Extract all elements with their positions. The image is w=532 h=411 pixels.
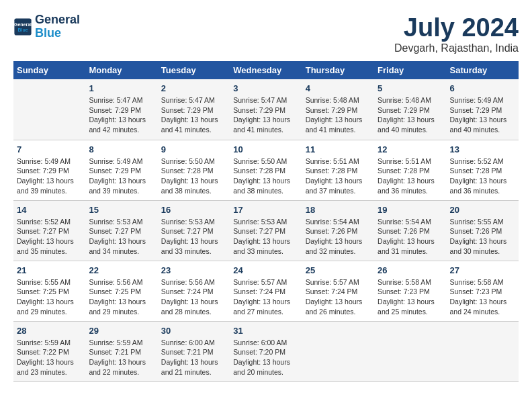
main-title: July 2024 <box>394 13 519 42</box>
svg-text:General: General <box>14 21 32 26</box>
calendar-cell: 7Sunrise: 5:49 AMSunset: 7:29 PMDaylight… <box>13 140 85 200</box>
calendar-cell: 10Sunrise: 5:50 AMSunset: 7:28 PMDayligh… <box>230 140 302 200</box>
calendar-week-row: 14Sunrise: 5:52 AMSunset: 7:27 PMDayligh… <box>13 200 519 261</box>
calendar-cell: 28Sunrise: 5:59 AMSunset: 7:22 PMDayligh… <box>13 321 85 381</box>
day-number: 15 <box>89 205 154 215</box>
calendar-cell: 27Sunrise: 5:58 AMSunset: 7:23 PMDayligh… <box>447 261 519 321</box>
calendar-cell: 19Sunrise: 5:54 AMSunset: 7:26 PMDayligh… <box>374 200 446 261</box>
day-number: 25 <box>306 265 371 275</box>
day-number: 16 <box>161 205 226 215</box>
calendar-cell <box>447 321 519 381</box>
calendar-cell: 1Sunrise: 5:47 AMSunset: 7:29 PMDaylight… <box>85 79 157 140</box>
day-info: Sunrise: 5:59 AMSunset: 7:21 PMDaylight:… <box>89 338 154 377</box>
day-number: 14 <box>17 205 82 215</box>
calendar-cell: 4Sunrise: 5:48 AMSunset: 7:29 PMDaylight… <box>302 79 374 140</box>
day-info: Sunrise: 5:58 AMSunset: 7:23 PMDaylight:… <box>378 277 443 317</box>
logo: General Blue General Blue <box>13 13 80 40</box>
day-info: Sunrise: 5:48 AMSunset: 7:29 PMDaylight:… <box>378 95 443 135</box>
day-number: 5 <box>378 83 443 93</box>
calendar-cell: 21Sunrise: 5:55 AMSunset: 7:25 PMDayligh… <box>13 261 85 321</box>
day-number: 4 <box>306 83 371 93</box>
calendar-cell: 18Sunrise: 5:54 AMSunset: 7:26 PMDayligh… <box>302 200 374 261</box>
header-tuesday: Tuesday <box>158 61 230 79</box>
day-number: 9 <box>161 144 226 154</box>
day-info: Sunrise: 5:58 AMSunset: 7:23 PMDaylight:… <box>450 277 515 317</box>
calendar-cell: 30Sunrise: 6:00 AMSunset: 7:21 PMDayligh… <box>158 321 230 381</box>
calendar-cell: 2Sunrise: 5:47 AMSunset: 7:29 PMDaylight… <box>158 79 230 140</box>
day-number: 2 <box>161 83 226 93</box>
day-info: Sunrise: 5:50 AMSunset: 7:28 PMDaylight:… <box>161 156 226 196</box>
day-number: 22 <box>89 265 154 275</box>
day-info: Sunrise: 5:49 AMSunset: 7:29 PMDaylight:… <box>17 156 82 196</box>
day-info: Sunrise: 5:48 AMSunset: 7:29 PMDaylight:… <box>306 95 371 135</box>
day-number: 31 <box>233 326 298 336</box>
calendar-cell: 16Sunrise: 5:53 AMSunset: 7:27 PMDayligh… <box>158 200 230 261</box>
day-number: 6 <box>450 83 515 93</box>
day-number: 11 <box>306 144 371 154</box>
calendar-cell: 8Sunrise: 5:49 AMSunset: 7:29 PMDaylight… <box>85 140 157 200</box>
header-saturday: Saturday <box>447 61 519 79</box>
day-info: Sunrise: 5:51 AMSunset: 7:28 PMDaylight:… <box>306 156 371 196</box>
day-number: 18 <box>306 205 371 215</box>
day-number: 26 <box>378 265 443 275</box>
day-number: 12 <box>378 144 443 154</box>
calendar-cell: 22Sunrise: 5:56 AMSunset: 7:25 PMDayligh… <box>85 261 157 321</box>
calendar-cell: 12Sunrise: 5:51 AMSunset: 7:28 PMDayligh… <box>374 140 446 200</box>
calendar-cell: 15Sunrise: 5:53 AMSunset: 7:27 PMDayligh… <box>85 200 157 261</box>
calendar-cell: 25Sunrise: 5:57 AMSunset: 7:24 PMDayligh… <box>302 261 374 321</box>
subtitle: Devgarh, Rajasthan, India <box>394 42 519 54</box>
calendar-week-row: 7Sunrise: 5:49 AMSunset: 7:29 PMDaylight… <box>13 140 519 200</box>
day-info: Sunrise: 5:54 AMSunset: 7:26 PMDaylight:… <box>378 217 443 257</box>
calendar-cell: 3Sunrise: 5:47 AMSunset: 7:29 PMDaylight… <box>230 79 302 140</box>
calendar-cell <box>302 321 374 381</box>
calendar-cell: 17Sunrise: 5:53 AMSunset: 7:27 PMDayligh… <box>230 200 302 261</box>
day-number: 7 <box>17 144 82 154</box>
calendar-cell: 31Sunrise: 6:00 AMSunset: 7:20 PMDayligh… <box>230 321 302 381</box>
day-number: 20 <box>450 205 515 215</box>
day-info: Sunrise: 5:47 AMSunset: 7:29 PMDaylight:… <box>89 95 154 135</box>
day-info: Sunrise: 5:47 AMSunset: 7:29 PMDaylight:… <box>161 95 226 135</box>
day-info: Sunrise: 5:47 AMSunset: 7:29 PMDaylight:… <box>233 95 298 135</box>
day-info: Sunrise: 5:53 AMSunset: 7:27 PMDaylight:… <box>89 217 154 257</box>
day-number: 21 <box>17 265 82 275</box>
day-info: Sunrise: 6:00 AMSunset: 7:21 PMDaylight:… <box>161 338 226 377</box>
calendar-cell <box>374 321 446 381</box>
day-info: Sunrise: 5:53 AMSunset: 7:27 PMDaylight:… <box>233 217 298 257</box>
calendar-cell: 24Sunrise: 5:57 AMSunset: 7:24 PMDayligh… <box>230 261 302 321</box>
calendar-week-row: 1Sunrise: 5:47 AMSunset: 7:29 PMDaylight… <box>13 79 519 140</box>
calendar-cell: 6Sunrise: 5:49 AMSunset: 7:29 PMDaylight… <box>447 79 519 140</box>
calendar-cell: 26Sunrise: 5:58 AMSunset: 7:23 PMDayligh… <box>374 261 446 321</box>
logo-icon: General Blue <box>13 17 32 36</box>
day-number: 23 <box>161 265 226 275</box>
calendar-cell: 13Sunrise: 5:52 AMSunset: 7:28 PMDayligh… <box>447 140 519 200</box>
calendar-cell: 14Sunrise: 5:52 AMSunset: 7:27 PMDayligh… <box>13 200 85 261</box>
day-info: Sunrise: 5:54 AMSunset: 7:26 PMDaylight:… <box>306 217 371 257</box>
calendar-cell: 23Sunrise: 5:56 AMSunset: 7:24 PMDayligh… <box>158 261 230 321</box>
calendar-week-row: 28Sunrise: 5:59 AMSunset: 7:22 PMDayligh… <box>13 321 519 381</box>
day-info: Sunrise: 5:56 AMSunset: 7:25 PMDaylight:… <box>89 277 154 317</box>
day-info: Sunrise: 5:55 AMSunset: 7:26 PMDaylight:… <box>450 217 515 257</box>
calendar-cell <box>13 79 85 140</box>
day-info: Sunrise: 5:52 AMSunset: 7:28 PMDaylight:… <box>450 156 515 196</box>
day-number: 30 <box>161 326 226 336</box>
header-sunday: Sunday <box>13 61 85 79</box>
day-info: Sunrise: 5:55 AMSunset: 7:25 PMDaylight:… <box>17 277 82 317</box>
svg-rect-0 <box>14 18 31 35</box>
day-info: Sunrise: 5:53 AMSunset: 7:27 PMDaylight:… <box>161 217 226 257</box>
calendar-header-row: SundayMondayTuesdayWednesdayThursdayFrid… <box>13 61 519 79</box>
day-number: 24 <box>233 265 298 275</box>
day-info: Sunrise: 5:49 AMSunset: 7:29 PMDaylight:… <box>450 95 515 135</box>
day-info: Sunrise: 5:57 AMSunset: 7:24 PMDaylight:… <box>306 277 371 317</box>
day-info: Sunrise: 5:56 AMSunset: 7:24 PMDaylight:… <box>161 277 226 317</box>
calendar-cell: 29Sunrise: 5:59 AMSunset: 7:21 PMDayligh… <box>85 321 157 381</box>
day-number: 28 <box>17 326 82 336</box>
day-info: Sunrise: 5:49 AMSunset: 7:29 PMDaylight:… <box>89 156 154 196</box>
header-thursday: Thursday <box>302 61 374 79</box>
calendar-cell: 5Sunrise: 5:48 AMSunset: 7:29 PMDaylight… <box>374 79 446 140</box>
day-number: 19 <box>378 205 443 215</box>
calendar-cell: 11Sunrise: 5:51 AMSunset: 7:28 PMDayligh… <box>302 140 374 200</box>
day-info: Sunrise: 5:52 AMSunset: 7:27 PMDaylight:… <box>17 217 82 257</box>
day-info: Sunrise: 5:57 AMSunset: 7:24 PMDaylight:… <box>233 277 298 317</box>
day-info: Sunrise: 5:50 AMSunset: 7:28 PMDaylight:… <box>233 156 298 196</box>
day-info: Sunrise: 5:51 AMSunset: 7:28 PMDaylight:… <box>378 156 443 196</box>
